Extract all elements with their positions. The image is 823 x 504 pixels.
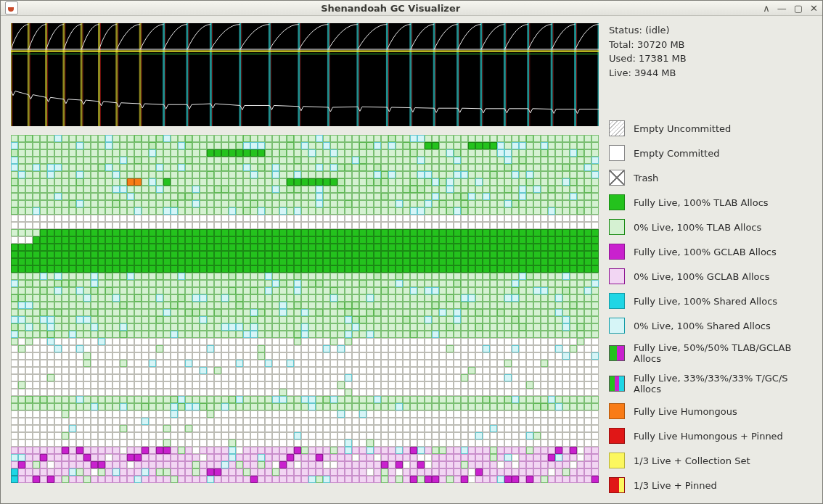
- heap-region-cell: [308, 403, 316, 410]
- heap-region-cell: [359, 447, 367, 454]
- heap-region-cell: [54, 432, 62, 439]
- heap-region-cell: [200, 389, 207, 396]
- heap-region-cell: [468, 135, 475, 142]
- heap-region-cell: [156, 454, 163, 461]
- heap-region-cell: [497, 360, 504, 367]
- heap-region-cell: [301, 468, 308, 476]
- heap-region-cell: [425, 280, 432, 287]
- heap-region-cell: [432, 178, 439, 186]
- heap-region-cell: [178, 215, 185, 222]
- heap-region-cell: [526, 186, 533, 193]
- heap-region-cell: [207, 403, 214, 410]
- heap-region-cell: [374, 178, 381, 186]
- heap-region-cell: [229, 171, 236, 178]
- heap-region-cell: [591, 476, 599, 483]
- heap-region-cell: [149, 157, 156, 164]
- heap-region-cell: [18, 338, 25, 345]
- maximize-icon[interactable]: ▢: [794, 3, 803, 14]
- heap-region-cell: [403, 454, 410, 461]
- heap-region-cell: [388, 323, 396, 331]
- heap-region-cell: [425, 338, 432, 345]
- heap-region-cell: [142, 396, 149, 403]
- heap-region-cell: [403, 193, 410, 200]
- heap-region-cell: [352, 215, 359, 222]
- heap-region-cell: [163, 338, 171, 345]
- heap-region-cell: [330, 374, 337, 381]
- heap-region-cell: [490, 352, 497, 360]
- heap-region-cell: [439, 157, 446, 164]
- heap-region-cell: [512, 236, 519, 244]
- heap-region-cell: [54, 374, 62, 381]
- heap-region-cell: [562, 454, 570, 461]
- heap-region-cell: [345, 316, 352, 323]
- close-icon[interactable]: ✕: [810, 3, 818, 14]
- heap-region-cell: [185, 425, 192, 432]
- heap-region-cell: [512, 367, 519, 374]
- heap-region-cell: [504, 258, 512, 265]
- rollup-icon[interactable]: ∧: [763, 3, 770, 14]
- heap-region-cell: [279, 352, 287, 360]
- heap-region-cell: [555, 142, 562, 149]
- heap-region-cell: [185, 403, 192, 410]
- heap-region-cell: [526, 396, 533, 403]
- heap-region-cell: [468, 207, 475, 215]
- heap-region-cell: [76, 331, 83, 338]
- heap-region-cell: [279, 135, 287, 142]
- heap-region-cell: [446, 331, 454, 338]
- heap-region-cell: [69, 396, 76, 403]
- heap-region-cell: [337, 476, 345, 483]
- heap-region-cell: [83, 389, 91, 396]
- heap-region-cell: [214, 360, 221, 367]
- heap-region-cell: [54, 447, 62, 454]
- heap-region-cell: [308, 222, 316, 229]
- heap-region-cell: [192, 374, 200, 381]
- heap-region-cell: [192, 222, 200, 229]
- heap-region-cell: [243, 265, 250, 273]
- minimize-icon[interactable]: —: [777, 3, 787, 14]
- heap-region-cell: [76, 258, 83, 265]
- heap-region-cell: [512, 331, 519, 338]
- heap-region-cell: [410, 215, 417, 222]
- heap-region-cell: [279, 323, 287, 331]
- heap-region-cell: [562, 461, 570, 468]
- heap-region-cell: [62, 135, 69, 142]
- heap-region-cell: [323, 432, 330, 439]
- heap-region-cell: [316, 309, 323, 316]
- heap-region-cell: [533, 468, 541, 476]
- heap-region-cell: [192, 447, 200, 454]
- heap-region-cell: [192, 439, 200, 447]
- heap-region-cell: [316, 352, 323, 360]
- heap-region-cell: [374, 468, 381, 476]
- heap-region-cell: [272, 360, 279, 367]
- heap-region-cell: [316, 403, 323, 410]
- heap-region-cell: [171, 164, 178, 171]
- heap-region-cell: [330, 193, 337, 200]
- heap-region-cell: [577, 135, 584, 142]
- heap-region-cell: [221, 360, 229, 367]
- heap-region-cell: [98, 251, 105, 258]
- heap-region-cell: [432, 360, 439, 367]
- heap-region-cell: [287, 439, 294, 447]
- heap-region-cell: [294, 149, 301, 157]
- heap-region-cell: [497, 251, 504, 258]
- heap-region-cell: [410, 454, 417, 461]
- heap-region-cell: [250, 178, 258, 186]
- heap-region-cell: [570, 215, 577, 222]
- heap-region-cell: [91, 157, 98, 164]
- heap-region-cell: [98, 323, 105, 331]
- legend-label: 0% Live, 100% GCLAB Allocs: [634, 271, 770, 282]
- heap-region-cell: [221, 222, 229, 229]
- heap-region-cell: [33, 439, 40, 447]
- heap-region-cell: [112, 352, 120, 360]
- heap-region-cell: [403, 294, 410, 302]
- heap-region-cell: [562, 193, 570, 200]
- heap-region-cell: [337, 149, 345, 157]
- heap-region-cell: [47, 157, 54, 164]
- heap-region-cell: [533, 236, 541, 244]
- titlebar[interactable]: Shenandoah GC Visualizer ∧ — ▢ ✕: [1, 1, 822, 16]
- heap-region-cell: [54, 309, 62, 316]
- heap-region-cell: [105, 316, 112, 323]
- heap-region-cell: [410, 425, 417, 432]
- heap-region-cell: [308, 367, 316, 374]
- heap-region-cell: [265, 439, 272, 447]
